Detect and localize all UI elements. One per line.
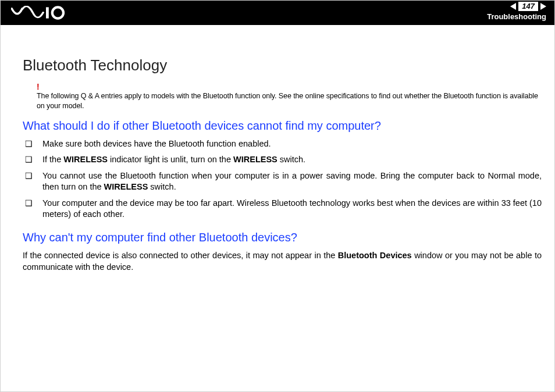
prev-page-arrow-icon[interactable] (510, 3, 516, 10)
question-1-heading: What should I do if other Bluetooth devi… (23, 119, 542, 133)
header-bar: 147 Troubleshooting (1, 1, 554, 25)
question-1-list: Make sure both devices have the Bluetoot… (23, 138, 542, 220)
page-content: Bluetooth Technology ! The following Q &… (1, 25, 554, 273)
section-label: Troubleshooting (487, 12, 546, 21)
page-title: Bluetooth Technology (23, 56, 542, 74)
list-item: Make sure both devices have the Bluetoot… (23, 138, 542, 150)
list-item-text: switch. (148, 182, 176, 191)
note-block: ! The following Q & A entries apply to m… (37, 81, 542, 111)
list-item-text: If the (42, 155, 63, 164)
bold-term: WIRELESS (233, 155, 278, 164)
list-item-text: Your computer and the device may be too … (42, 198, 542, 219)
vaio-logo (11, 5, 67, 20)
note-mark-icon: ! (37, 81, 542, 92)
page-number: 147 (518, 2, 538, 11)
page-indicator[interactable]: 147 (510, 2, 546, 11)
list-item-text: Make sure both devices have the Bluetoot… (42, 139, 271, 148)
bold-term: Bluetooth Devices (338, 251, 412, 260)
vaio-logo-svg (11, 6, 67, 20)
list-item-text: indicator light is unlit, turn on the (108, 155, 233, 164)
svg-rect-0 (46, 7, 49, 18)
note-text: The following Q & A entries apply to mod… (37, 92, 538, 110)
list-item: Your computer and the device may be too … (23, 198, 542, 220)
bold-term: WIRELESS (104, 182, 148, 191)
next-page-arrow-icon[interactable] (540, 3, 546, 10)
bold-term: WIRELESS (63, 155, 108, 164)
list-item: If the WIRELESS indicator light is unlit… (23, 154, 542, 166)
list-item: You cannot use the Bluetooth function wh… (23, 170, 542, 193)
svg-point-1 (52, 7, 63, 18)
question-2-heading: Why can't my computer find other Bluetoo… (23, 231, 542, 244)
list-item-text: switch. (278, 155, 305, 164)
para-text: If the connected device is also connecte… (23, 251, 338, 260)
question-2-paragraph: If the connected device is also connecte… (23, 250, 542, 273)
